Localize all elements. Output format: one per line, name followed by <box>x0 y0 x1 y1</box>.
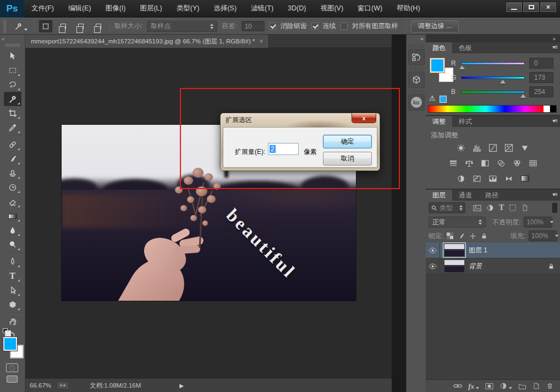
selective-color-button[interactable] <box>503 173 515 184</box>
foreground-color-swatch[interactable] <box>430 58 444 73</box>
panel-menu-icon[interactable]: ▾≡ <box>552 191 557 197</box>
levels-button[interactable] <box>471 142 483 153</box>
toolbar-expand-button[interactable]: » <box>0 35 25 43</box>
foreground-color-swatch[interactable] <box>3 337 17 351</box>
panels-collapse-bar[interactable]: » <box>426 35 560 42</box>
cancel-button[interactable]: 取消 <box>323 152 372 165</box>
subtract-selection-mode-button[interactable] <box>74 20 87 32</box>
lock-all-icon[interactable] <box>481 233 487 240</box>
dock-collapse-button[interactable]: « <box>407 35 426 43</box>
gamut-color-swatch[interactable] <box>440 96 447 103</box>
channel-mixer-button[interactable] <box>511 158 523 168</box>
curves-button[interactable] <box>487 142 499 153</box>
layer-row-background[interactable]: 背景 <box>426 258 560 274</box>
minimize-button[interactable] <box>506 2 523 13</box>
photo-filter-button[interactable] <box>495 158 507 168</box>
sample-all-layers-checkbox[interactable] <box>341 23 348 30</box>
opacity-select[interactable]: 100% <box>524 217 552 228</box>
link-layers-icon[interactable] <box>453 383 462 389</box>
options-gripper[interactable] <box>3 20 6 33</box>
tab-close-icon[interactable]: × <box>259 37 263 45</box>
vibrance-button[interactable] <box>519 142 531 153</box>
contiguous-checkbox[interactable] <box>311 23 319 30</box>
screen-mode-button[interactable] <box>7 376 18 383</box>
tab-color[interactable]: 颜色 <box>426 42 452 53</box>
type-tool[interactable]: T <box>4 269 21 283</box>
tab-channels[interactable]: 通道 <box>452 190 479 201</box>
dialog-close-button[interactable]: x <box>352 113 376 123</box>
move-tool[interactable] <box>4 49 21 63</box>
filter-toggle-switch[interactable] <box>552 203 557 213</box>
panel-menu-icon[interactable]: ▾≡ <box>552 118 557 124</box>
toolbar-gripper[interactable] <box>5 43 20 47</box>
zoom-level[interactable]: 66.67% <box>30 382 51 389</box>
pen-tool[interactable] <box>4 255 21 269</box>
menu-item-layer[interactable]: 图层(L) <box>133 0 169 17</box>
lock-transparency-icon[interactable] <box>447 233 453 239</box>
hand-tool[interactable] <box>4 314 21 329</box>
blend-mode-select[interactable]: 正常 <box>429 217 486 228</box>
tool-preset-picker[interactable] <box>12 21 30 32</box>
layer-thumbnail[interactable] <box>444 244 464 256</box>
filter-adjustment-layers-icon[interactable] <box>486 204 494 212</box>
brightness-contrast-button[interactable] <box>455 142 467 153</box>
menu-item-type[interactable]: 类型(Y) <box>169 0 207 17</box>
posterize-button[interactable] <box>471 173 483 184</box>
tolerance-input[interactable]: 10 <box>241 21 265 31</box>
dock-gripper[interactable] <box>409 67 424 70</box>
menu-item-3d[interactable]: 3D(D) <box>281 0 313 17</box>
menu-item-help[interactable]: 帮助(H) <box>389 0 427 17</box>
blue-channel-slider[interactable] <box>461 91 525 93</box>
fill-select[interactable]: 100% <box>529 230 557 241</box>
exposure-button[interactable] <box>503 142 515 153</box>
gamut-warning-icon[interactable]: ⚠ <box>429 94 436 102</box>
menu-item-edit[interactable]: 编辑(E) <box>61 0 98 17</box>
tab-styles[interactable]: 样式 <box>452 116 479 127</box>
blur-tool[interactable] <box>4 223 21 238</box>
ok-button[interactable]: 确定 <box>323 135 372 148</box>
tab-adjustments[interactable]: 调整 <box>426 116 452 127</box>
new-group-icon[interactable] <box>518 383 526 390</box>
panel-menu-icon[interactable]: ▾≡ <box>552 44 557 50</box>
filter-type-select[interactable]: 类型 <box>429 202 465 213</box>
eyedropper-tool[interactable] <box>4 120 21 135</box>
layer-list-empty-area[interactable] <box>426 274 560 379</box>
filter-shape-layers-icon[interactable] <box>509 204 517 212</box>
delete-layer-icon[interactable] <box>546 382 553 390</box>
visibility-toggle[interactable] <box>426 242 440 258</box>
new-layer-icon[interactable] <box>532 382 540 390</box>
color-balance-button[interactable] <box>463 158 475 168</box>
intersect-selection-mode-button[interactable] <box>92 20 105 32</box>
layer-style-icon[interactable]: fx <box>468 383 474 390</box>
add-mask-icon[interactable] <box>485 383 493 390</box>
layer-row-1[interactable]: 图层 1 <box>426 242 560 258</box>
anti-alias-checkbox[interactable] <box>269 23 276 30</box>
menu-item-image[interactable]: 图像(I) <box>98 0 133 17</box>
filter-pixel-layers-icon[interactable] <box>473 205 481 212</box>
layer-name[interactable]: 背景 <box>469 262 482 271</box>
expand-by-input[interactable]: 2 <box>268 143 299 155</box>
blue-channel-value[interactable]: 254 <box>529 86 553 97</box>
close-button[interactable]: × <box>540 2 557 13</box>
dock-gripper[interactable] <box>409 44 424 48</box>
layer-name[interactable]: 图层 1 <box>469 246 487 255</box>
tab-paths[interactable]: 路径 <box>479 190 505 201</box>
menu-item-view[interactable]: 视图(V) <box>313 0 350 17</box>
visibility-toggle[interactable] <box>426 258 440 274</box>
maximize-button[interactable] <box>523 2 540 13</box>
refine-edge-button[interactable]: 调整边缘 ... <box>411 20 459 32</box>
quick-mask-button[interactable] <box>6 363 18 372</box>
material-panel-button[interactable] <box>408 71 425 88</box>
menu-item-filter[interactable]: 滤镜(T) <box>244 0 281 17</box>
document-tab[interactable]: mmexport1572246439244_mh1572246845193.jp… <box>25 35 269 48</box>
dock-gripper[interactable] <box>409 89 424 93</box>
tab-layers[interactable]: 图层 <box>426 190 452 201</box>
red-channel-value[interactable]: 0 <box>529 58 553 69</box>
filter-type-layers-icon[interactable]: T <box>499 203 504 212</box>
brush-tool[interactable] <box>4 152 21 166</box>
color-lookup-button[interactable] <box>527 158 539 168</box>
history-brush-tool[interactable] <box>4 180 21 195</box>
green-channel-slider[interactable] <box>461 76 525 79</box>
custom-shape-tool[interactable] <box>4 297 21 312</box>
menu-item-window[interactable]: 窗口(W) <box>350 0 389 17</box>
